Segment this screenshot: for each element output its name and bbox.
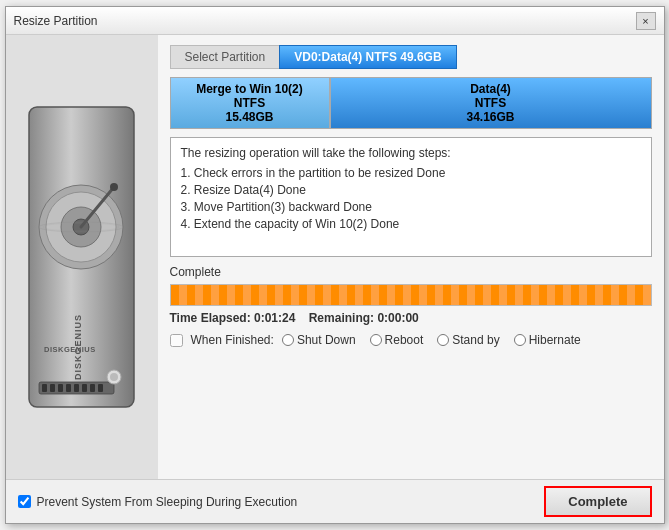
radio-standby: Stand by (437, 333, 499, 347)
status-text: Complete (170, 265, 652, 279)
sidebar: DISKGENIUS DISKGENIUS (6, 35, 158, 479)
elapsed-label: Time Elapsed: (170, 311, 251, 325)
radio-shutdown-label: Shut Down (297, 333, 356, 347)
resize-partition-window: Resize Partition × (5, 6, 665, 524)
radio-hibernate-input[interactable] (514, 334, 526, 346)
bottom-bar: Prevent System From Sleeping During Exec… (6, 479, 664, 523)
svg-text:DISKGENIUS: DISKGENIUS (44, 345, 96, 354)
partition-display: Merge to Win 10(2) NTFS 15.48GB Data(4) … (170, 77, 652, 129)
remaining-label: Remaining: (309, 311, 374, 325)
prevent-sleep-row: Prevent System From Sleeping During Exec… (18, 495, 298, 509)
svg-point-8 (110, 183, 118, 191)
remaining-value: 0:00:00 (377, 311, 418, 325)
partition-right-size: 34.16GB (466, 110, 514, 124)
close-button[interactable]: × (636, 12, 656, 30)
svg-rect-13 (66, 384, 71, 392)
prevent-sleep-checkbox[interactable] (18, 495, 31, 508)
complete-button[interactable]: Complete (544, 486, 651, 517)
steps-header: The resizing operation will take the fol… (181, 146, 641, 160)
progress-bar-container (170, 284, 652, 306)
svg-rect-16 (90, 384, 95, 392)
svg-rect-12 (58, 384, 63, 392)
when-finished-row: When Finished: Shut Down Reboot Stand by (170, 333, 652, 347)
time-info: Time Elapsed: 0:01:24 Remaining: 0:00:00 (170, 311, 652, 325)
radio-reboot-input[interactable] (370, 334, 382, 346)
elapsed-value: 0:01:24 (254, 311, 295, 325)
radio-standby-input[interactable] (437, 334, 449, 346)
steps-box: The resizing operation will take the fol… (170, 137, 652, 257)
radio-hibernate: Hibernate (514, 333, 581, 347)
partition-right-fs: NTFS (475, 96, 506, 110)
partition-left-name: Merge to Win 10(2) (196, 82, 303, 96)
radio-shutdown-input[interactable] (282, 334, 294, 346)
main-panel: Select Partition VD0:Data(4) NTFS 49.6GB… (158, 35, 664, 479)
svg-point-21 (110, 373, 118, 381)
step-4: 4. Extend the capacity of Win 10(2) Done (181, 217, 641, 231)
tab-active-partition[interactable]: VD0:Data(4) NTFS 49.6GB (279, 45, 456, 69)
partition-left-fs: NTFS (234, 96, 265, 110)
radio-hibernate-label: Hibernate (529, 333, 581, 347)
svg-rect-15 (82, 384, 87, 392)
radio-reboot: Reboot (370, 333, 424, 347)
svg-rect-10 (42, 384, 47, 392)
svg-rect-11 (50, 384, 55, 392)
partition-left-size: 15.48GB (225, 110, 273, 124)
partition-right-name: Data(4) (470, 82, 511, 96)
window-content: DISKGENIUS DISKGENIUS Select Partition V… (6, 35, 664, 479)
when-finished-checkbox[interactable] (170, 334, 183, 347)
window-title: Resize Partition (14, 14, 98, 28)
step-2: 2. Resize Data(4) Done (181, 183, 641, 197)
tab-select-partition[interactable]: Select Partition (170, 45, 280, 69)
disk-svg: DISKGENIUS DISKGENIUS (24, 87, 139, 427)
partition-left: Merge to Win 10(2) NTFS 15.48GB (171, 78, 331, 128)
step-1: 1. Check errors in the partition to be r… (181, 166, 641, 180)
partition-right: Data(4) NTFS 34.16GB (331, 78, 651, 128)
progress-bar-fill (171, 285, 651, 305)
prevent-sleep-label: Prevent System From Sleeping During Exec… (37, 495, 298, 509)
radio-shutdown: Shut Down (282, 333, 356, 347)
radio-group: Shut Down Reboot Stand by Hibernate (282, 333, 581, 347)
disk-illustration: DISKGENIUS DISKGENIUS (22, 77, 142, 437)
radio-reboot-label: Reboot (385, 333, 424, 347)
svg-rect-14 (74, 384, 79, 392)
step-3: 3. Move Partition(3) backward Done (181, 200, 641, 214)
when-finished-label: When Finished: (191, 333, 274, 347)
tab-bar: Select Partition VD0:Data(4) NTFS 49.6GB (170, 45, 652, 69)
svg-rect-17 (98, 384, 103, 392)
radio-standby-label: Stand by (452, 333, 499, 347)
title-bar: Resize Partition × (6, 7, 664, 35)
